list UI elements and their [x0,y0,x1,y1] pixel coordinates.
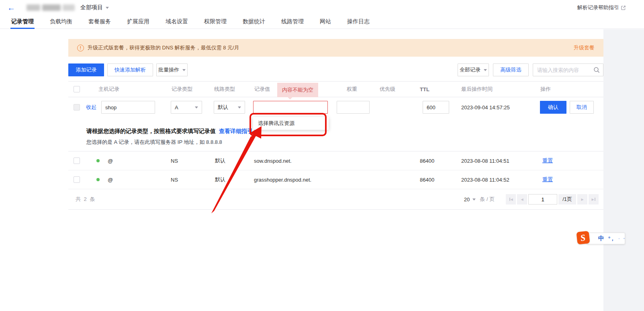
tab-website[interactable]: 网站 [320,15,331,29]
advanced-filter-button[interactable]: 高级筛选 [493,63,529,76]
first-page-button[interactable]: ◀ [506,194,516,205]
chevron-down-icon [238,106,241,108]
help-guide-link[interactable]: 解析记录帮助指引 [577,4,626,11]
record-edit-row: 收起 A 默认 2023-09-04 14:57:25 确认 取消 [68,97,603,117]
ime-language-toggle[interactable]: 中 [598,235,604,242]
cancel-button[interactable]: 取消 [570,101,594,114]
last-page-button[interactable]: ▶ [589,194,599,205]
external-link-icon [621,6,626,10]
record-type-value: A [175,104,178,110]
tab-record-management[interactable]: 记录管理 [11,15,34,29]
row-checkbox[interactable] [74,104,80,110]
table-footer: 共 2 条 20 条 / 页 ◀ ◀ /1页 ▶ ▶ [68,189,603,210]
banner-text: 升级正式版套餐，获得更极致的 DNS 解析服务，最低仅需 8 元/月 [88,44,239,51]
upgrade-plan-link[interactable]: 升级套餐 [574,44,595,51]
tab-operation-logs[interactable]: 操作日志 [347,15,370,29]
tab-domain-settings[interactable]: 域名设置 [166,15,188,29]
dns-record-console: ← 全部项目 解析记录帮助指引 记录管理 负载均衡 套餐服务 扩展应用 域名设置… [0,0,644,311]
row-record-type: NS [161,177,202,183]
chevron-down-icon [472,198,476,201]
line-type-value: 默认 [218,104,228,111]
microphone-icon[interactable] [619,235,619,242]
redacted-domain-name [27,4,75,11]
tab-bar: 记录管理 负载均衡 套餐服务 扩展应用 域名设置 权限管理 数据统计 线路管理 … [0,15,644,29]
row-checkbox[interactable] [74,176,80,183]
record-filter-label: 全部记录 [460,66,480,74]
header-ttl: TTL [403,86,448,92]
chevron-down-icon [484,69,487,71]
batch-operation-label: 批量操作 [158,66,179,74]
record-type-select[interactable]: A [171,101,202,114]
row-ttl: 86400 [403,177,448,183]
header-last-modified: 最后操作时间 [448,86,531,93]
row-host: @ [108,158,113,164]
reset-link[interactable]: 重置 [542,176,553,182]
search-input[interactable] [533,63,603,76]
chevron-down-icon [182,69,186,71]
page-right-gutter [603,29,644,311]
collapse-link[interactable]: 收起 [86,104,96,111]
header-host: 主机记录 [86,86,161,93]
tencent-cloud-resource-option[interactable]: 选择腾讯云资源 [253,117,329,130]
chevron-down-icon [195,106,198,108]
topbar: ← 全部项目 解析记录帮助指引 [0,0,644,15]
select-all-checkbox[interactable] [74,86,80,92]
keyboard-icon[interactable] [624,236,625,241]
quick-add-button[interactable]: 快速添加解析 [107,63,153,76]
next-page-button[interactable]: ▶ [577,194,587,205]
help-guide-label: 解析记录帮助指引 [577,4,619,11]
tab-line-management[interactable]: 线路管理 [281,15,304,29]
table-row: @ NS 默认 grasshopper.dnspod.net. 86400 20… [68,170,603,189]
tab-data-statistics[interactable]: 数据统计 [243,15,265,29]
line-type-select[interactable]: 默认 [214,101,245,114]
record-table: 主机记录 记录类型 线路类型 记录值 权重 优先级 TTL 最后操作时间 操作 … [68,81,603,210]
row-record-value: sow.dnspod.net. [244,158,328,164]
row-checkbox[interactable] [74,158,80,164]
header-record-type: 记录类型 [161,86,202,93]
hint-bold-text: 请根据您选择的记录类型，按照格式要求填写记录值 [86,128,216,134]
project-selector[interactable]: 全部项目 [80,4,109,11]
toolbar-right-group: 全部记录 高级筛选 [458,63,603,76]
search-icon[interactable] [593,67,600,73]
header-line-type: 线路类型 [202,86,244,93]
back-arrow-icon[interactable]: ← [7,4,15,12]
page-count-label: /1页 [558,194,576,205]
record-toolbar: 添加记录 快速添加解析 批量操作 全部记录 高级筛选 [68,63,603,76]
record-value-input[interactable] [253,101,328,114]
header-priority: 优先级 [368,86,403,93]
host-record-input[interactable] [101,101,155,114]
table-row: @ NS 默认 sow.dnspod.net. 86400 2023-08-08… [68,151,603,170]
tab-permission-management[interactable]: 权限管理 [204,15,227,29]
sogou-ime-logo[interactable]: S [576,231,590,244]
row-timestamp: 2023-08-08 11:04:51 [448,158,531,164]
prev-page-button[interactable]: ◀ [517,194,527,205]
warning-icon: ! [77,45,84,51]
header-actions: 操作 [531,86,603,93]
row-ttl: 86400 [403,158,448,164]
header-weight: 权重 [328,86,368,93]
ime-punctuation-toggle[interactable]: °， [608,235,615,242]
tab-load-balancing[interactable]: 负载均衡 [50,15,72,29]
add-record-button[interactable]: 添加记录 [68,63,104,76]
tab-extended-apps[interactable]: 扩展应用 [127,15,149,29]
pagination: ◀ ◀ /1页 ▶ ▶ [506,194,599,205]
status-dot-icon [96,178,100,181]
page-size-select[interactable]: 20 条 / 页 [464,196,495,203]
record-filter-dropdown[interactable]: 全部记录 [458,63,489,76]
batch-operation-button[interactable]: 批量操作 [156,63,188,76]
row-host: @ [108,177,113,183]
record-value-hint: 请根据您选择的记录类型，按照格式要求填写记录值查看详细指引 您选择的是 A 记录… [68,117,603,151]
detail-guide-link[interactable]: 查看详细指引 [219,128,253,134]
confirm-button[interactable]: 确认 [540,101,566,114]
reset-link[interactable]: 重置 [542,158,553,164]
upgrade-banner: ! 升级正式版套餐，获得更极致的 DNS 解析服务，最低仅需 8 元/月 升级套… [68,39,603,57]
validation-error-tooltip: 内容不能为空 [277,83,318,97]
ttl-input[interactable] [423,101,449,114]
page-size-unit: 条 / 页 [480,196,495,203]
row-line-type: 默认 [202,176,244,183]
row-line-type: 默认 [202,157,244,164]
tab-plan-service[interactable]: 套餐服务 [88,15,111,29]
page-number-input[interactable] [528,194,557,205]
row-record-type: NS [161,158,202,164]
weight-input[interactable] [337,101,370,114]
